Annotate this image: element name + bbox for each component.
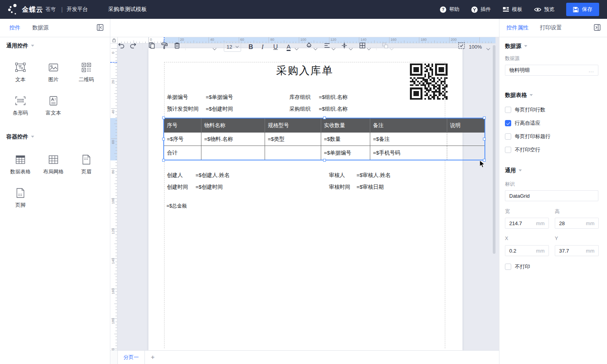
save-button[interactable]: 保存 <box>566 3 599 16</box>
delete-icon[interactable] <box>174 42 181 49</box>
tab-print-settings[interactable]: 打印设置 <box>540 24 562 31</box>
table-cell[interactable]: =$数量 <box>321 132 370 146</box>
field-value[interactable]: =$创建时间 <box>196 184 223 191</box>
vertical-align-dropdown[interactable] <box>349 45 352 52</box>
table-cell[interactable] <box>447 132 485 146</box>
arrange-objects-icon[interactable] <box>382 42 389 49</box>
vertical-align-icon[interactable] <box>341 42 348 49</box>
table-cell[interactable] <box>265 146 321 160</box>
width-input[interactable]: 214.7 mm <box>505 218 549 229</box>
lock-icon[interactable] <box>112 38 116 42</box>
resize-handle-w[interactable] <box>162 138 165 140</box>
data-grid-table[interactable]: 序号物料名称规格型号实收数量备注说明=$序号=$物料.名称=$类型=$数量=$备… <box>164 118 485 160</box>
page-tab-active[interactable]: 分页一 <box>118 351 145 364</box>
table-cell[interactable]: =$类型 <box>265 132 321 146</box>
design-canvas[interactable]: 采购入库单 单据编号 =$单据编号 库存组织 =$组织.名称 预计发货时间 =$… <box>110 37 499 350</box>
resize-handle-n[interactable] <box>323 116 326 119</box>
checkbox-icon[interactable] <box>505 120 511 126</box>
table-cell[interactable]: 合计 <box>164 146 201 160</box>
help-button[interactable]: ? 帮助 <box>440 6 459 13</box>
table-header-cell[interactable]: 规格型号 <box>265 118 321 132</box>
borders-dropdown[interactable] <box>367 45 370 52</box>
control-datagrid[interactable]: 数据表格 <box>8 153 33 175</box>
section-container-controls[interactable]: 容器控件 <box>6 133 34 140</box>
checkbox-auto-row-height[interactable]: 行高自适应 <box>505 120 540 127</box>
control-barcode[interactable]: 条形码 <box>8 94 33 116</box>
format-painter-icon[interactable] <box>161 42 168 49</box>
resize-handle-nw[interactable] <box>162 116 165 119</box>
preview-button[interactable]: 预览 <box>534 6 554 13</box>
redo-icon[interactable] <box>130 42 137 49</box>
field-label[interactable]: 创建人 <box>167 172 183 179</box>
field-value[interactable]: =$组织.名称 <box>319 94 347 101</box>
font-color-dropdown[interactable] <box>295 45 298 52</box>
table-cell[interactable]: =$序号 <box>164 132 201 146</box>
table-cell[interactable] <box>201 146 265 160</box>
control-qrcode[interactable]: 二维码 <box>74 61 99 83</box>
checkbox-skip-empty-rows[interactable]: 不打印空行 <box>505 146 540 153</box>
field-label[interactable]: 库存组织 <box>289 94 311 101</box>
section-datasource[interactable]: 数据源 <box>505 42 527 50</box>
datasource-input[interactable]: 物料明细 ... <box>505 65 598 76</box>
checkbox-icon[interactable] <box>505 133 511 140</box>
table-header-cell[interactable]: 备注 <box>370 118 447 132</box>
template-button[interactable]: 模板 <box>503 6 522 13</box>
collapse-right-panel-icon[interactable] <box>594 24 601 31</box>
underline-button[interactable]: U <box>273 44 278 51</box>
arrange-objects-dropdown[interactable] <box>390 45 393 52</box>
field-label[interactable]: 创建时间 <box>167 184 188 191</box>
datasource-more-button[interactable]: ... <box>589 67 594 73</box>
id-input[interactable]: DataGrid <box>505 190 598 201</box>
section-common-controls[interactable]: 通用控件 <box>6 42 34 49</box>
copy-icon[interactable] <box>148 42 155 49</box>
checkbox-print-header-row[interactable]: 每页打印标题行 <box>505 133 550 140</box>
table-cell[interactable]: =$备注 <box>370 132 447 146</box>
tab-control-properties[interactable]: 控件属性 <box>506 24 528 31</box>
table-cell[interactable] <box>447 146 485 160</box>
total-field[interactable]: =$总金额 <box>166 203 187 209</box>
resize-handle-sw[interactable] <box>162 159 165 162</box>
field-label[interactable]: 采购组织 <box>289 106 311 113</box>
canvas-vertical-scrollbar[interactable] <box>493 45 495 254</box>
field-label[interactable]: 审核人 <box>329 172 345 179</box>
resize-handle-s[interactable] <box>323 159 326 162</box>
resize-handle-ne[interactable] <box>483 116 486 119</box>
checkbox-icon[interactable] <box>505 107 511 113</box>
fill-color-icon[interactable] <box>305 42 313 49</box>
field-value[interactable]: =$创建时间 <box>206 106 233 113</box>
table-header-cell[interactable]: 实收数量 <box>321 118 370 132</box>
height-input[interactable]: 28 mm <box>555 218 599 229</box>
field-label[interactable]: 审核时间 <box>329 184 350 191</box>
checkbox-rows-per-page[interactable]: 每页打印行数 <box>505 106 545 113</box>
checkbox-icon[interactable] <box>505 264 511 270</box>
checkbox-no-print[interactable]: 不打印 <box>505 263 530 270</box>
table-cell[interactable]: =$手机号码 <box>370 146 447 160</box>
field-value[interactable]: =$单据编号 <box>206 94 233 101</box>
resize-handle-e[interactable] <box>483 138 486 140</box>
control-richtext[interactable]: 富文本 <box>41 94 66 116</box>
field-label[interactable]: 预计发货时间 <box>167 106 199 113</box>
bold-button[interactable]: B <box>249 44 253 51</box>
field-value[interactable]: =$审核日期 <box>357 184 384 191</box>
field-value[interactable]: =$创建人.姓名 <box>196 172 230 179</box>
marquee-zoom-icon[interactable] <box>458 42 465 49</box>
field-value[interactable]: =$审核人.姓名 <box>357 172 391 179</box>
table-header-cell[interactable]: 序号 <box>164 118 201 132</box>
section-general[interactable]: 通用 <box>505 167 522 174</box>
plugin-button[interactable]: 插件 <box>471 6 491 13</box>
control-text[interactable]: 文本 <box>8 61 33 83</box>
section-datagrid[interactable]: 数据表格 <box>505 91 533 99</box>
control-pagefooter[interactable]: 页脚 <box>8 186 33 209</box>
zoom-dropdown[interactable] <box>487 45 490 52</box>
control-layoutgrid[interactable]: 布局网格 <box>41 153 66 175</box>
tab-datasource[interactable]: 数据源 <box>32 24 49 31</box>
collapse-left-panel-icon[interactable] <box>97 24 104 31</box>
undo-icon[interactable] <box>118 42 125 49</box>
add-page-button[interactable]: + <box>145 351 161 364</box>
table-header-cell[interactable]: 说明 <box>447 118 485 132</box>
control-pageheader[interactable]: 页眉 <box>74 153 99 175</box>
table-header-cell[interactable]: 物料名称 <box>201 118 265 132</box>
control-image[interactable]: 图片 <box>41 61 66 83</box>
resize-handle-se[interactable] <box>483 159 486 162</box>
font-size-dropdown[interactable]: 12 <box>224 42 241 52</box>
